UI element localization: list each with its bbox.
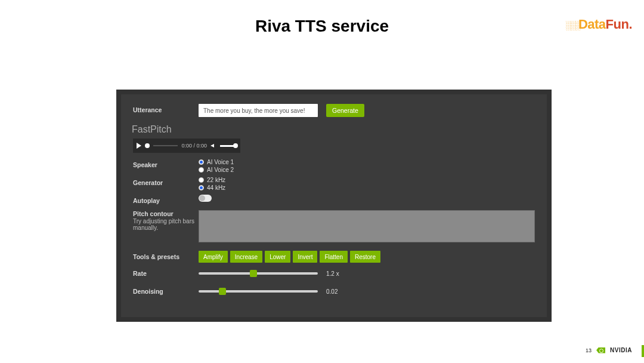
audio-time: 0:00 / 0:00 (181, 143, 207, 149)
lower-button[interactable]: Lower (265, 251, 290, 263)
speaker-row: Speaker AI Voice 1 AI Voice 2 (133, 159, 535, 174)
radio-icon (199, 177, 204, 183)
pitch-row: Pitch contour Try adjusting pitch bars m… (133, 210, 535, 242)
restore-button[interactable]: Restore (350, 251, 380, 263)
nvidia-eye-icon (596, 347, 605, 353)
rate-row: Rate 1.2 x (133, 270, 535, 277)
audio-player[interactable]: 0:00 / 0:00 (133, 139, 240, 153)
rate-value: 1.2 x (326, 270, 339, 277)
denoise-value: 0.02 (326, 288, 338, 295)
volume-icon[interactable] (210, 143, 216, 149)
volume-slider[interactable] (220, 145, 237, 147)
page-title: Riva TTS service (0, 17, 644, 36)
utterance-input[interactable]: The more you buy, the more you save! (199, 104, 318, 117)
denoise-label: Denoising (133, 288, 199, 295)
speaker-option-1[interactable]: AI Voice 1 (199, 159, 535, 165)
generator-option-44[interactable]: 44 kHz (199, 184, 535, 191)
utterance-label: Utterance (133, 104, 199, 113)
generate-button[interactable]: Generate (326, 104, 364, 117)
utterance-row: Utterance The more you buy, the more you… (133, 104, 535, 117)
fastpitch-heading: FastPitch (132, 124, 535, 135)
pitch-canvas[interactable] (199, 210, 535, 242)
autoplay-label: Autoplay (133, 195, 199, 204)
autoplay-row: Autoplay (133, 195, 535, 204)
generator-option-22[interactable]: 22 kHz (199, 177, 535, 183)
radio-icon (199, 167, 204, 173)
play-icon[interactable] (137, 143, 141, 149)
generator-row: Generator 22 kHz 44 kHz (133, 177, 535, 192)
seek-track[interactable] (153, 145, 178, 146)
logo-dots-icon: ░░░ (565, 20, 580, 30)
app-panel: Utterance The more you buy, the more you… (121, 94, 547, 317)
denoise-thumb[interactable] (219, 288, 226, 295)
autoplay-toggle[interactable] (199, 195, 212, 202)
speaker-label: Speaker (133, 159, 199, 168)
invert-button[interactable]: Invert (293, 251, 317, 263)
accent-bar (642, 345, 644, 357)
app-panel-frame: Utterance The more you buy, the more you… (116, 90, 552, 322)
rate-thumb[interactable] (250, 270, 257, 277)
radio-icon (199, 159, 204, 165)
amplify-button[interactable]: Amplify (199, 251, 228, 263)
increase-button[interactable]: Increase (230, 251, 262, 263)
denoise-slider[interactable] (199, 290, 318, 293)
speaker-option-2[interactable]: AI Voice 2 (199, 167, 535, 173)
tools-label: Tools & presets (133, 251, 199, 260)
slide-footer: 13 NVIDIA (586, 347, 632, 353)
datafun-logo: ░░░DataFun. (565, 17, 632, 32)
rate-slider[interactable] (199, 272, 318, 275)
seek-thumb[interactable] (145, 143, 150, 148)
nvidia-logo-text: NVIDIA (610, 347, 632, 353)
tools-row: Tools & presets Amplify Increase Lower I… (133, 251, 535, 263)
radio-icon (199, 185, 204, 190)
pitch-label: Pitch contour (133, 210, 199, 217)
page-number: 13 (586, 347, 592, 353)
pitch-hint: Try adjusting pitch bars manually. (133, 218, 199, 231)
flatten-button[interactable]: Flatten (320, 251, 348, 263)
denoise-row: Denoising 0.02 (133, 288, 535, 295)
generator-label: Generator (133, 177, 199, 186)
rate-label: Rate (133, 270, 199, 277)
